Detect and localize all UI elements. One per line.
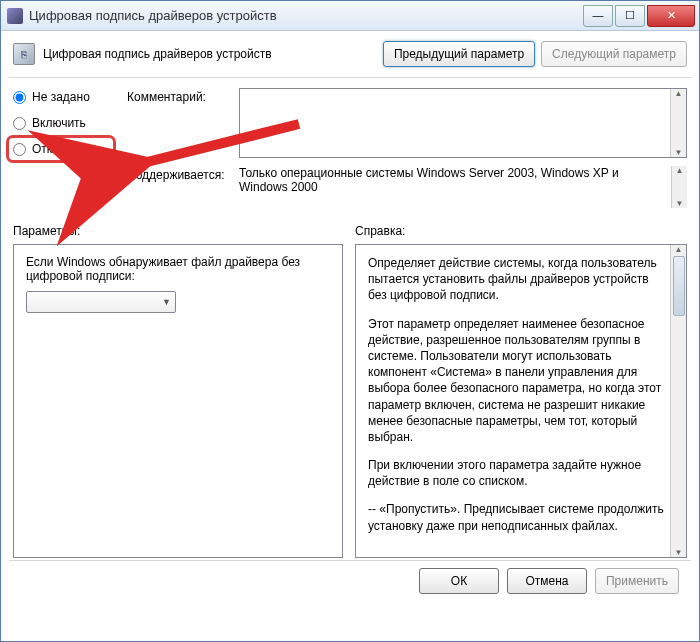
- maximize-button[interactable]: ☐: [615, 5, 645, 27]
- help-heading: Справка:: [355, 224, 687, 238]
- comment-row: Комментарий: ▲▼: [127, 88, 687, 158]
- help-text: Определяет действие системы, когда польз…: [368, 255, 664, 547]
- policy-title: Цифровая подпись драйверов устройств: [43, 47, 383, 61]
- radio-disabled-label: Отключить: [32, 142, 93, 156]
- comment-textarea[interactable]: ▲▼: [239, 88, 687, 158]
- scroll-down-icon: ▼: [675, 148, 683, 157]
- policy-icon: ⎘: [13, 43, 35, 65]
- state-radios: Не задано Включить Отключить: [13, 88, 109, 208]
- apply-button[interactable]: Применить: [595, 568, 679, 594]
- prev-setting-button[interactable]: Предыдущий параметр: [383, 41, 535, 67]
- help-p3: При включении этого параметра задайте ну…: [368, 457, 664, 489]
- help-p4: -- «Пропустить». Предписывает системе пр…: [368, 501, 664, 533]
- titlebar: Цифровая подпись драйверов устройств — ☐…: [1, 1, 699, 31]
- radio-enabled-input[interactable]: [13, 117, 26, 130]
- split-labels: Параметры: Справка:: [9, 214, 691, 242]
- app-icon: [7, 8, 23, 24]
- panels: Если Windows обнаруживает файл драйвера …: [9, 242, 691, 560]
- minimize-icon: —: [593, 10, 604, 21]
- scroll-thumb[interactable]: [673, 256, 685, 316]
- nav-buttons: Предыдущий параметр Следующий параметр: [383, 41, 687, 67]
- footer: ОК Отмена Применить: [9, 560, 691, 600]
- options-heading: Параметры:: [13, 224, 343, 238]
- scroll-down-icon: ▼: [675, 548, 683, 557]
- window-controls: — ☐ ✕: [581, 5, 695, 27]
- scroll-up-icon: ▲: [675, 89, 683, 98]
- minimize-button[interactable]: —: [583, 5, 613, 27]
- fields: Комментарий: ▲▼ Поддерживается: Только о…: [127, 88, 687, 208]
- help-p2: Этот параметр определяет наименее безопа…: [368, 316, 664, 446]
- help-p1: Определяет действие системы, когда польз…: [368, 255, 664, 304]
- supported-value: Только операционные системы Windows Serv…: [239, 166, 619, 194]
- close-button[interactable]: ✕: [647, 5, 695, 27]
- radio-disabled-input[interactable]: [13, 143, 26, 156]
- config-row: Не задано Включить Отключить Комментарий…: [9, 78, 691, 214]
- radio-disabled[interactable]: Отключить: [11, 140, 111, 158]
- supported-row: Поддерживается: Только операционные сист…: [127, 166, 687, 208]
- dialog-window: Цифровая подпись драйверов устройств — ☐…: [0, 0, 700, 642]
- chevron-down-icon: ▼: [162, 297, 171, 307]
- options-panel: Если Windows обнаруживает файл драйвера …: [13, 244, 343, 558]
- next-setting-button[interactable]: Следующий параметр: [541, 41, 687, 67]
- supported-label: Поддерживается:: [127, 166, 231, 208]
- help-p5: -- «Предупредить». Уведомляет пользовате…: [368, 546, 664, 547]
- option-label: Если Windows обнаруживает файл драйвера …: [26, 255, 330, 283]
- comment-scrollbar[interactable]: ▲▼: [670, 89, 686, 157]
- comment-label: Комментарий:: [127, 88, 231, 158]
- radio-enabled-label: Включить: [32, 116, 86, 130]
- radio-enabled[interactable]: Включить: [13, 116, 109, 130]
- radio-not-configured[interactable]: Не задано: [13, 90, 109, 104]
- window-title: Цифровая подпись драйверов устройств: [29, 8, 581, 23]
- maximize-icon: ☐: [625, 10, 635, 21]
- supported-text: Только операционные системы Windows Serv…: [239, 166, 687, 208]
- scroll-up-icon: ▲: [676, 166, 684, 175]
- help-panel: Определяет действие системы, когда польз…: [355, 244, 687, 558]
- cancel-button[interactable]: Отмена: [507, 568, 587, 594]
- close-icon: ✕: [667, 10, 676, 21]
- option-combobox[interactable]: ▼: [26, 291, 176, 313]
- content-area: ⎘ Цифровая подпись драйверов устройств П…: [1, 31, 699, 641]
- header-row: ⎘ Цифровая подпись драйверов устройств П…: [9, 37, 691, 78]
- scroll-down-icon: ▼: [676, 199, 684, 208]
- ok-button[interactable]: ОК: [419, 568, 499, 594]
- radio-not-configured-label: Не задано: [32, 90, 90, 104]
- radio-not-configured-input[interactable]: [13, 91, 26, 104]
- supported-scrollbar[interactable]: ▲▼: [671, 166, 687, 208]
- help-scrollbar[interactable]: ▲ ▼: [670, 245, 686, 557]
- scroll-up-icon: ▲: [675, 245, 683, 254]
